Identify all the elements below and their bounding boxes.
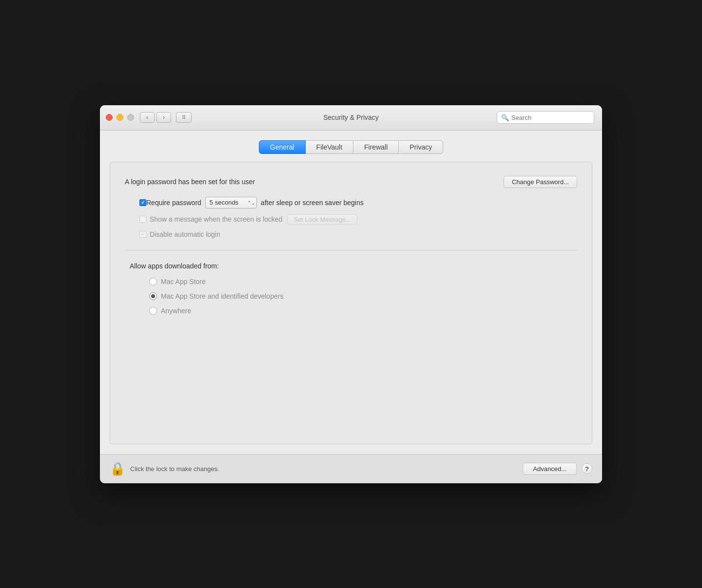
lock-message-label: Show a message when the screen is locked — [150, 215, 282, 223]
disable-auto-login-label: Disable automatic login — [150, 230, 220, 238]
disable-auto-login-checkbox[interactable] — [139, 231, 146, 238]
back-icon: ‹ — [146, 114, 148, 121]
password-time-dropdown-wrapper: immediately 5 seconds 1 minute 5 minutes… — [205, 197, 257, 209]
window-title: Security & Privacy — [323, 114, 379, 121]
tab-filevault[interactable]: FileVault — [306, 140, 353, 154]
radio-identified-developers-label: Mac App Store and identified developers — [161, 292, 283, 300]
after-sleep-label: after sleep or screen saver begins — [261, 199, 364, 207]
password-label: A login password has been set for this u… — [125, 178, 504, 186]
tab-bar: General FileVault Firewall Privacy — [110, 140, 592, 154]
radio-anywhere-label: Anywhere — [161, 307, 191, 315]
require-password-row: Require password immediately 5 seconds 1… — [125, 197, 577, 209]
titlebar: ‹ › ⠿ Security & Privacy 🔍 — [100, 105, 602, 131]
close-button[interactable] — [106, 114, 113, 121]
radio-mac-app-store-row: Mac App Store — [149, 278, 577, 285]
change-password-button[interactable]: Change Password... — [504, 176, 577, 188]
radio-identified-developers-row: Mac App Store and identified developers — [149, 292, 577, 300]
advanced-button[interactable]: Advanced... — [523, 463, 577, 475]
password-row: A login password has been set for this u… — [125, 176, 577, 188]
maximize-button[interactable] — [127, 114, 134, 121]
set-lock-message-button: Set Lock Message... — [287, 214, 357, 225]
search-box[interactable]: 🔍 — [497, 111, 594, 124]
bottom-bar: 🔒 Click the lock to make changes. Advanc… — [100, 454, 602, 483]
lock-text: Click the lock to make changes. — [130, 465, 219, 473]
back-button[interactable]: ‹ — [140, 112, 155, 123]
radio-mac-app-store-label: Mac App Store — [161, 278, 206, 285]
forward-icon: › — [163, 114, 165, 121]
bottom-right-actions: Advanced... ? — [523, 463, 592, 475]
radio-anywhere[interactable] — [149, 307, 157, 315]
lock-message-checkbox[interactable] — [139, 216, 146, 223]
main-window: ‹ › ⠿ Security & Privacy 🔍 General FileV… — [100, 105, 602, 483]
require-password-label: Require password — [146, 199, 201, 207]
grid-button[interactable]: ⠿ — [176, 112, 192, 123]
forward-button[interactable]: › — [156, 112, 171, 123]
grid-icon: ⠿ — [182, 114, 186, 121]
radio-identified-developers[interactable] — [149, 292, 157, 300]
allow-apps-title: Allow apps downloaded from: — [130, 262, 577, 270]
section-divider — [125, 250, 577, 250]
search-input[interactable] — [511, 114, 590, 121]
lock-icon-wrapper[interactable]: 🔒 — [110, 461, 125, 476]
help-button[interactable]: ? — [582, 463, 592, 474]
traffic-lights — [106, 114, 134, 121]
disable-auto-login-row: Disable automatic login — [125, 230, 577, 238]
lock-icon: 🔒 — [110, 461, 125, 476]
radio-mac-app-store[interactable] — [149, 278, 157, 285]
allow-apps-section: Allow apps downloaded from: Mac App Stor… — [125, 262, 577, 315]
download-source-radio-group: Mac App Store Mac App Store and identifi… — [125, 278, 577, 315]
content-area: General FileVault Firewall Privacy A log… — [100, 131, 602, 454]
tab-privacy[interactable]: Privacy — [399, 140, 443, 154]
radio-anywhere-row: Anywhere — [149, 307, 577, 315]
require-password-checkbox[interactable] — [139, 199, 146, 206]
settings-panel: A login password has been set for this u… — [110, 162, 592, 444]
minimize-button[interactable] — [117, 114, 123, 121]
search-icon: 🔍 — [501, 114, 509, 121]
lock-message-row: Show a message when the screen is locked… — [125, 214, 577, 225]
tab-general[interactable]: General — [259, 140, 306, 154]
tab-firewall[interactable]: Firewall — [353, 140, 399, 154]
nav-buttons: ‹ › ⠿ — [140, 112, 192, 123]
password-time-dropdown[interactable]: immediately 5 seconds 1 minute 5 minutes… — [205, 197, 257, 209]
